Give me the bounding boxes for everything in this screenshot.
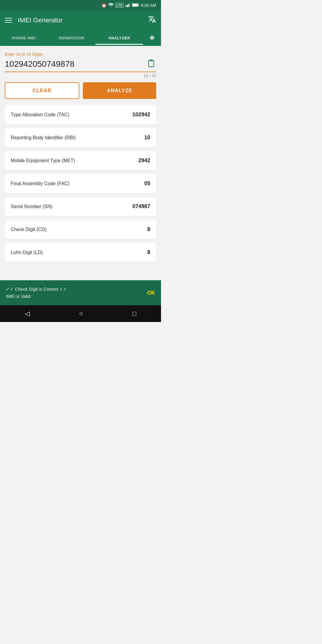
result-sn-value: 074987 bbox=[132, 203, 150, 210]
alarm-icon: ⏰ bbox=[101, 3, 106, 8]
tab-phone-imei[interactable]: PHONE IMEI bbox=[0, 31, 48, 45]
result-tac-label: Type Allocation Code (TAC) bbox=[11, 112, 69, 117]
svg-rect-3 bbox=[128, 4, 129, 7]
input-label: Enter 14 or 15 Digits bbox=[5, 52, 156, 57]
ok-button[interactable]: OK bbox=[147, 290, 155, 296]
char-count: 15 / 15 bbox=[5, 73, 156, 78]
result-tac-value: 102942 bbox=[132, 112, 150, 118]
svg-rect-6 bbox=[138, 4, 139, 6]
results-section: Type Allocation Code (TAC) 102942 Report… bbox=[5, 105, 156, 262]
svg-point-0 bbox=[110, 7, 111, 7]
nav-bar: ◁ ○ □ bbox=[0, 305, 161, 322]
status-bar: ⏰ LTE 8:00 bbox=[0, 0, 161, 11]
recent-button[interactable]: □ bbox=[132, 310, 136, 318]
action-buttons: CLEAR ANALYZE bbox=[5, 82, 156, 99]
result-fac: Final Assembly Code (FAC) 05 bbox=[5, 174, 156, 193]
result-ld-value: 8 bbox=[147, 249, 150, 256]
home-button[interactable]: ○ bbox=[79, 310, 83, 318]
svg-rect-10 bbox=[150, 60, 153, 61]
lte-icon: LTE bbox=[115, 3, 124, 8]
result-rbi-label: Reporting Body Identifier (RBI) bbox=[11, 135, 76, 140]
signal-icon bbox=[126, 3, 130, 8]
status-icons: ⏰ LTE 8:00 bbox=[101, 3, 156, 8]
tab-analyzer[interactable]: ANALYZER bbox=[95, 31, 143, 45]
footer-banner: ✓✓ Check Digit is Correct ✓✓ IMEI is Val… bbox=[0, 280, 161, 305]
app-title: IMEI Generator bbox=[18, 16, 148, 24]
svg-rect-4 bbox=[129, 3, 130, 7]
result-rbi: Reporting Body Identifier (RBI) 10 bbox=[5, 128, 156, 147]
footer-line2: IMEI is Valid bbox=[6, 293, 67, 300]
clipboard-button[interactable] bbox=[146, 58, 156, 70]
result-sn-label: Serial Number (SN) bbox=[11, 204, 52, 209]
svg-rect-2 bbox=[127, 5, 128, 7]
favorites-button[interactable] bbox=[143, 30, 161, 46]
main-content: Enter 14 or 15 Digits 15 / 15 CLEAR ANAL… bbox=[0, 46, 161, 280]
result-fac-label: Final Assembly Code (FAC) bbox=[11, 181, 69, 186]
svg-rect-9 bbox=[148, 60, 154, 67]
input-row bbox=[5, 58, 156, 72]
tab-bar: PHONE IMEI GENERATOR ANALYZER bbox=[0, 30, 161, 46]
svg-rect-7 bbox=[132, 4, 137, 6]
result-cd-value: 8 bbox=[147, 226, 150, 233]
imei-input[interactable] bbox=[5, 59, 146, 69]
menu-button[interactable] bbox=[5, 18, 12, 23]
battery-icon bbox=[132, 3, 139, 8]
result-cd: Check Digit (CD) 8 bbox=[5, 220, 156, 239]
result-rbi-value: 10 bbox=[144, 134, 150, 141]
result-sn: Serial Number (SN) 074987 bbox=[5, 197, 156, 216]
svg-rect-1 bbox=[126, 5, 126, 7]
input-section: Enter 14 or 15 Digits 15 / 15 bbox=[5, 52, 156, 78]
result-cd-label: Check Digit (CD) bbox=[11, 227, 47, 232]
result-met: Mobile Equipment Type (MET) 2942 bbox=[5, 151, 156, 170]
tab-generator[interactable]: GENERATOR bbox=[48, 31, 95, 45]
wifi-icon bbox=[108, 3, 114, 8]
time-display: 8:00 AM bbox=[141, 3, 156, 8]
back-button[interactable]: ◁ bbox=[25, 310, 30, 318]
translate-button[interactable] bbox=[148, 15, 156, 25]
app-bar: IMEI Generator bbox=[0, 11, 161, 30]
footer-line1: ✓✓ Check Digit is Correct ✓✓ bbox=[6, 286, 67, 293]
result-ld-label: Luhn Digit (LD) bbox=[11, 250, 43, 255]
result-fac-value: 05 bbox=[144, 180, 150, 187]
footer-text: ✓✓ Check Digit is Correct ✓✓ IMEI is Val… bbox=[6, 286, 67, 300]
result-tac: Type Allocation Code (TAC) 102942 bbox=[5, 105, 156, 124]
result-met-value: 2942 bbox=[138, 157, 150, 164]
result-ld: Luhn Digit (LD) 8 bbox=[5, 243, 156, 262]
analyze-button[interactable]: ANALYZE bbox=[83, 82, 156, 99]
result-met-label: Mobile Equipment Type (MET) bbox=[11, 158, 75, 163]
clear-button[interactable]: CLEAR bbox=[5, 82, 79, 99]
